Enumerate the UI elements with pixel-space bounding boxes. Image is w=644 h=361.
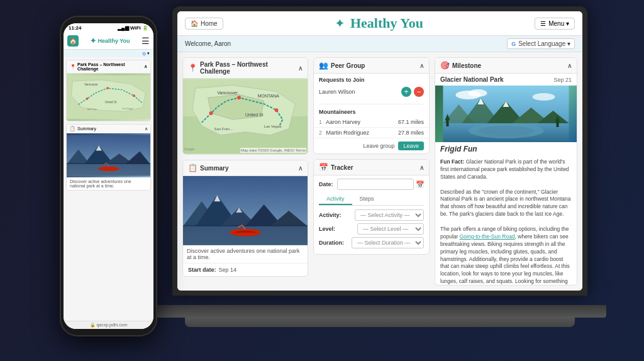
svg-text:Vancouver: Vancouver (84, 83, 98, 86)
svg-point-43 (133, 94, 135, 97)
tab-steps[interactable]: Steps (352, 194, 382, 205)
phone-summary-title: Summary (77, 126, 96, 131)
member-1-name: Aaron Harvey (326, 119, 360, 125)
map-area: Vancouver MONTANA United St San Fran... … (183, 79, 308, 154)
milestone-image (435, 86, 577, 142)
join-row: Lauren Wilson + − (319, 86, 424, 98)
phone-park-title: Park Pass – Northwest Challenge (77, 62, 144, 71)
svg-text:Vancouver: Vancouver (217, 91, 238, 95)
phone-menu-icon[interactable]: ☰ (142, 36, 150, 46)
top-nav: 🏠 Home ✦ Healthy You ☰ Menu ▾ (177, 11, 582, 36)
phone-summary-header: 📋 Summary ∧ (67, 125, 150, 133)
activity-field: Activity: — Select Activity — (319, 209, 424, 221)
date-input[interactable] (337, 179, 414, 190)
home-icon: 🏠 (191, 20, 198, 27)
activity-label: Activity: (319, 212, 351, 218)
duration-field: Duration: — Select Duration — (319, 237, 424, 248)
tracker-collapse[interactable]: ∧ (419, 164, 424, 171)
svg-point-36 (478, 126, 535, 136)
phone-park-header: 📍 Park Pass – Northwest Challenge ∧ (67, 60, 150, 74)
peer-group-header: 👥 Peer Group ∧ (314, 58, 429, 74)
svg-point-42 (106, 87, 109, 89)
svg-text:United St: United St (245, 113, 264, 117)
start-date-row: Start date: Sep 14 (183, 264, 308, 276)
phone-content: 📍 Park Pass – Northwest Challenge ∧ (64, 57, 153, 321)
summary-caption-text: Discover active adventures one national … (187, 248, 300, 260)
svg-text:Las Vegas: Las Vegas (122, 108, 133, 110)
park-pass-title: Park Pass – Northwest Challenge (200, 61, 298, 75)
svg-text:MONTANA: MONTANA (258, 94, 279, 98)
svg-point-2 (209, 111, 213, 115)
svg-text:San Fran...: San Fran... (214, 127, 233, 131)
summary-header-left: 📋 Summary (188, 164, 229, 172)
phone-home-icon[interactable]: 🏠 (67, 35, 79, 47)
home-label: Home (201, 20, 218, 27)
app-title-area: ✦ Healthy You (230, 15, 529, 31)
decline-button[interactable]: − (414, 87, 424, 97)
level-field: Level: — Select Level — (319, 223, 424, 235)
phone-map: Vancouver United St San Fran Las Vegas (67, 74, 150, 121)
phone-kayak-image (67, 133, 150, 177)
activity-select[interactable]: — Select Activity — (355, 209, 424, 221)
milestone-collapse[interactable]: ∧ (567, 62, 572, 69)
peer-group-header-left: 👥 Peer Group (319, 61, 365, 70)
tab-activity[interactable]: Activity (319, 194, 352, 205)
menu-label: Menu ▾ (548, 20, 569, 27)
level-label: Level: (319, 226, 353, 232)
svg-text:Google: Google (184, 148, 194, 151)
phone-g-icon: G (143, 52, 146, 56)
going-to-sun-link[interactable]: Going-to-the-Sun Road (460, 233, 515, 240)
level-select[interactable]: — Select Level — (357, 223, 424, 235)
phone-caption: Discover active adventures one national … (67, 177, 150, 190)
milestone-info-row: Glacier National Park Sep 21 (435, 74, 577, 86)
milestone-header-left: 🎯 Milestone (440, 61, 481, 70)
phone-url-bar: 🔒 qacxp.pdhi.com (64, 321, 153, 329)
start-date-value: Sep 14 (219, 267, 237, 273)
phone-summary: 📋 Summary ∧ (66, 124, 151, 191)
phone-park-collapse[interactable]: ∧ (144, 64, 147, 69)
leave-group-label: Leave group (363, 143, 394, 149)
start-date-label: Start date: (188, 267, 216, 273)
column-2: 👥 Peer Group ∧ Requests to Join Lauren W… (313, 57, 430, 286)
summary-collapse[interactable]: ∧ (298, 165, 303, 172)
join-actions: + − (401, 87, 424, 97)
svg-text:San Fran: San Fran (87, 108, 97, 111)
park-pass-collapse[interactable]: ∧ (298, 65, 303, 72)
menu-icon: ☰ (540, 20, 546, 27)
duration-select[interactable]: — Select Duration — (352, 237, 424, 248)
map-label: Map data ©2023 Google, INEGI Terms (240, 148, 306, 153)
summary-header: 📋 Summary ∧ (183, 160, 308, 176)
laptop-screen: 🏠 Home ✦ Healthy You ☰ Menu ▾ (177, 11, 582, 291)
summary-icon: 📋 (188, 164, 197, 172)
peer-group-icon: 👥 (319, 61, 328, 70)
requester-name: Lauren Wilson (319, 89, 355, 95)
tracker-tabs: Activity Steps (319, 194, 424, 206)
main-content: 📍 Park Pass – Northwest Challenge ∧ (177, 52, 582, 291)
milestone-body-text: Described as the "crown of the continent… (440, 189, 570, 218)
summary-section: 📋 Summary ∧ (182, 160, 308, 277)
member-2-name: Martin Rodriguez (326, 130, 370, 136)
date-row: Date: 📅 (319, 179, 424, 190)
phone-top-nav: 🏠 ✦ Healthy You ☰ (64, 33, 153, 50)
home-button[interactable]: 🏠 Home (185, 18, 223, 30)
calendar-icon[interactable]: 📅 (416, 181, 425, 189)
leave-button[interactable]: Leave (398, 142, 424, 150)
svg-point-3 (237, 96, 241, 99)
park-pass-header: 📍 Park Pass – Northwest Challenge ∧ (183, 58, 308, 79)
phone-signal: ▂▄▆ WiFi 🔋 (118, 25, 148, 31)
milestone-body: Fun Fact: Glacier National Park is part … (435, 156, 577, 286)
column-1: 📍 Park Pass – Northwest Challenge ∧ (182, 57, 308, 286)
peer-group-collapse[interactable]: ∧ (419, 62, 424, 69)
menu-button[interactable]: ☰ Menu ▾ (535, 18, 575, 30)
phone-url: qacxp.pdhi.com (96, 323, 127, 327)
logo-icon: ✦ (335, 16, 345, 31)
laptop-base (153, 305, 606, 318)
phone-logo: ✦ Healthy You (90, 36, 130, 45)
welcome-bar: Welcome, Aaron G Select Language ▾ (177, 36, 582, 52)
phone-lang-label: ▾ (147, 51, 150, 56)
select-language[interactable]: G Select Language ▾ (507, 38, 575, 49)
member-row-1: 1 Aaron Harvey 67.1 miles (314, 117, 429, 128)
accept-button[interactable]: + (401, 87, 411, 97)
phone-summary-collapse[interactable]: ∧ (145, 126, 148, 131)
welcome-text: Welcome, Aaron (185, 40, 231, 47)
